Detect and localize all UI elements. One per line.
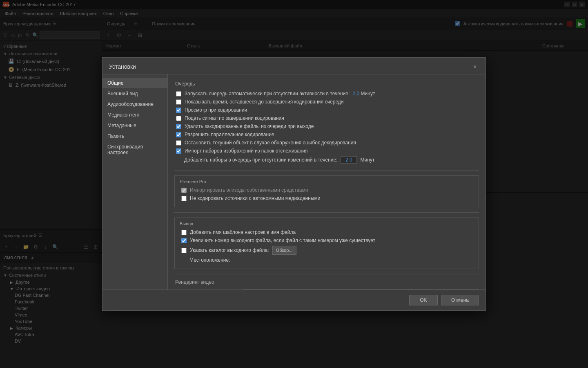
queue-section: Очередь Запускать очередь автоматически … [174, 81, 479, 164]
parallel-checkbox[interactable] [176, 132, 181, 137]
add-preset-row: Добавить имя шаблона настроек в имя файл… [180, 229, 474, 235]
imagesets-delay-row: Добавлять наборы в очередь при отсутстви… [174, 156, 479, 164]
nav-sync[interactable]: Синхронизация настроек [102, 141, 167, 158]
import-episodes-checkbox[interactable] [181, 188, 187, 193]
output-section-title: Вывод [180, 221, 474, 226]
imagesets-delay-label: Добавлять наборы в очередь при отсутстви… [184, 157, 337, 163]
dialog-title: Установки [109, 63, 136, 70]
divider-1 [174, 170, 479, 171]
beep-checkbox[interactable] [176, 116, 181, 121]
output-section: Вывод Добавить имя шаблона настроек в им… [174, 218, 479, 269]
preview-checkbox[interactable] [176, 108, 181, 113]
dialog-overlay: Установки × Общие Внешний вид Аудиообору… [0, 0, 588, 368]
auto-start-value: 2,0 [353, 91, 360, 96]
nav-audio[interactable]: Аудиооборудование [102, 99, 167, 110]
dialog-footer: OK Отмена [102, 289, 486, 310]
divider-3 [174, 274, 479, 274]
ok-button[interactable]: OK [409, 295, 438, 305]
show-time-label: Показывать время, оставшееся до завершен… [185, 99, 344, 105]
preview-row: Просмотр при кодировании [174, 107, 479, 113]
specify-dir-label: Указать каталог выходного файла: [190, 247, 269, 253]
auto-start-checkbox[interactable] [176, 91, 181, 96]
queue-section-title: Очередь [174, 81, 479, 87]
nav-media[interactable]: Медиаконтент [102, 110, 167, 120]
delete-encoded-row: Удалить закодированные файлы из очереди … [174, 123, 479, 129]
nav-memory[interactable]: Память [102, 131, 167, 141]
parallel-label: Разрешить параллельное кодирование [185, 132, 274, 137]
no-encode-offline-row: Не кодировать источники с автономными ме… [180, 195, 474, 201]
settings-dialog: Установки × Общие Внешний вид Аудиообору… [102, 57, 486, 311]
premiere-section: Premiere Pro Импортировать эпизоды собст… [174, 175, 479, 207]
beep-row: Подать сигнал по завершении кодирования [174, 115, 479, 121]
browse-button[interactable]: Обзор... [272, 246, 296, 255]
preview-label: Просмотр при кодировании [185, 107, 247, 113]
import-imagesets-checkbox[interactable] [176, 148, 181, 154]
increment-row: Увеличить номер выходного файла, если фа… [180, 238, 474, 243]
imagesets-unit: Минут [360, 157, 374, 163]
render-section: Рендеринг видео Средство рендеринга: Тол… [174, 279, 479, 289]
auto-start-label: Запускать очередь автоматически при отсу… [185, 91, 375, 96]
dialog-nav: Общие Внешний вид Аудиооборудование Меди… [102, 74, 168, 289]
beep-label: Подать сигнал по завершении кодирования [185, 115, 284, 121]
imagesets-delay-input[interactable] [341, 156, 357, 164]
nav-general[interactable]: Общие [102, 78, 167, 88]
premiere-section-title: Premiere Pro [180, 179, 474, 184]
auto-start-row: Запускать очередь автоматически при отсу… [174, 91, 479, 96]
import-episodes-row: Импортировать эпизоды собственными средс… [180, 187, 474, 193]
specify-dir-row: Указать каталог выходного файла: Обзор..… [180, 246, 474, 255]
nav-metadata[interactable]: Метаданные [102, 120, 167, 131]
show-time-row: Показывать время, оставшееся до завершен… [174, 99, 479, 105]
location-row: Местоположение: [180, 257, 474, 263]
dialog-body: Общие Внешний вид Аудиооборудование Меди… [102, 74, 486, 289]
delete-encoded-checkbox[interactable] [176, 124, 181, 129]
stop-error-checkbox[interactable] [176, 140, 181, 146]
no-encode-offline-label: Не кодировать источники с автономными ме… [190, 195, 320, 201]
no-encode-offline-checkbox[interactable] [181, 196, 187, 201]
location-label: Местоположение: [189, 257, 230, 263]
specify-dir-checkbox[interactable] [181, 248, 187, 253]
dialog-close-button[interactable]: × [471, 63, 479, 71]
cancel-button[interactable]: Отмена [441, 295, 479, 305]
import-episodes-label: Импортировать эпизоды собственными средс… [190, 187, 308, 193]
show-time-checkbox[interactable] [176, 99, 181, 105]
nav-appearance[interactable]: Внешний вид [102, 88, 167, 99]
import-imagesets-row: Импорт наборов изображений из папок отсл… [174, 148, 479, 154]
dialog-title-bar: Установки × [102, 58, 486, 74]
divider-2 [174, 212, 479, 213]
add-preset-checkbox[interactable] [181, 230, 187, 235]
stop-error-row: Остановить текущий объект в случае обнар… [174, 140, 479, 146]
dialog-content: Очередь Запускать очередь автоматически … [168, 74, 486, 289]
parallel-row: Разрешить параллельное кодирование [174, 132, 479, 137]
add-preset-label: Добавить имя шаблона настроек в имя файл… [190, 229, 296, 235]
increment-label: Увеличить номер выходного файла, если фа… [190, 238, 375, 243]
increment-checkbox[interactable] [181, 238, 187, 243]
render-section-title: Рендеринг видео [174, 279, 479, 285]
import-imagesets-label: Импорт наборов изображений из папок отсл… [185, 148, 307, 154]
delete-encoded-label: Удалить закодированные файлы из очереди … [185, 123, 314, 129]
stop-error-label: Остановить текущий объект в случае обнар… [185, 140, 356, 146]
